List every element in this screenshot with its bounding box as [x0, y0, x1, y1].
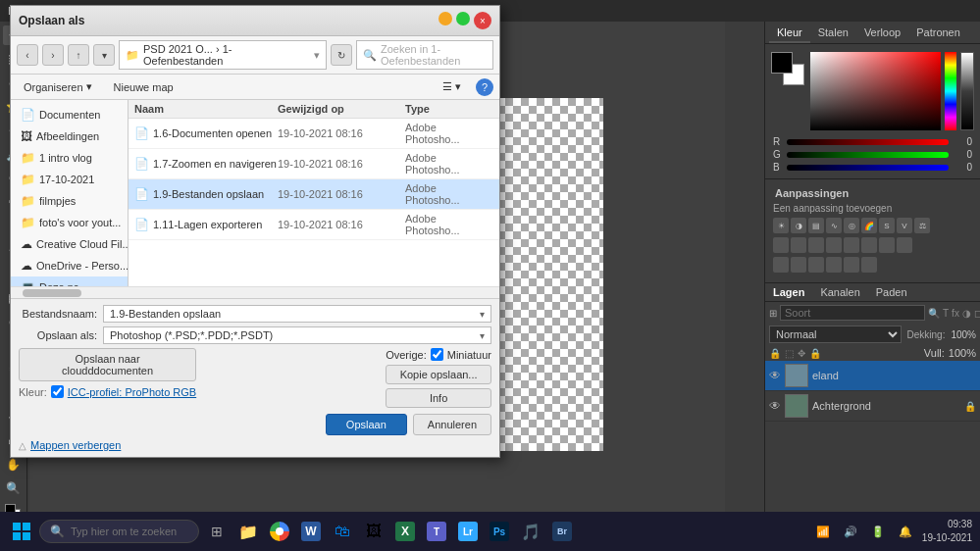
tab-stalen[interactable]: Stalen	[810, 24, 856, 43]
col-date[interactable]: Gewijzigd op	[278, 103, 405, 115]
sidebar-intro-vlog[interactable]: 📁 1 intro vlog	[11, 147, 128, 169]
fg-bg-swatches[interactable]	[771, 52, 806, 87]
nav-recent-btn[interactable]: ▾	[93, 44, 115, 66]
hscroll-thumb[interactable]	[23, 289, 81, 297]
maximize-btn[interactable]	[456, 12, 470, 25]
adj-extra6[interactable]	[861, 257, 877, 273]
eye-icon-achtergrond[interactable]: 👁	[769, 399, 781, 413]
col-type[interactable]: Type	[405, 103, 493, 115]
icc-link[interactable]: ICC-profiel: ProPhoto RGB	[68, 386, 196, 398]
nav-refresh-btn[interactable]: ↻	[331, 44, 352, 66]
adj-channel[interactable]	[808, 237, 824, 253]
tab-patronen[interactable]: Patronen	[908, 24, 968, 43]
taskbar-clock[interactable]: 09:38 19-10-2021	[922, 518, 972, 545]
cancel-button[interactable]: Annuleren	[413, 414, 491, 435]
adj-extra5[interactable]	[844, 257, 859, 273]
filename-input[interactable]: 1.9-Bestanden opslaan ▾	[103, 305, 491, 323]
copy-save-btn[interactable]: Kopie opslaan...	[386, 365, 491, 384]
view-btn[interactable]: ☰ ▾	[436, 77, 468, 96]
adj-selective[interactable]	[897, 237, 912, 253]
file-row-2[interactable]: 📄 1.9-Bestanden opslaan 19-10-2021 08:16…	[129, 179, 499, 210]
tab-verloop[interactable]: Verloop	[856, 24, 908, 43]
adj-bw[interactable]	[773, 237, 789, 253]
new-folder-btn[interactable]: Nieuwe map	[107, 78, 181, 96]
brightness-strip[interactable]	[960, 52, 974, 130]
taskbar-ps[interactable]: Ps	[486, 518, 513, 545]
adj-exposure[interactable]: ◎	[844, 218, 859, 233]
close-btn[interactable]: ×	[474, 12, 491, 29]
taskbar-explorer[interactable]: 📁	[234, 518, 262, 545]
dialog-hscroll[interactable]	[11, 286, 499, 298]
adj-extra1[interactable]	[773, 257, 789, 273]
blue-slider[interactable]	[787, 165, 949, 171]
adj-extra4[interactable]	[826, 257, 842, 273]
file-row-0[interactable]: 📄 1.6-Documenten openen 19-10-2021 08:16…	[129, 119, 499, 149]
adj-brightness[interactable]: ☀	[773, 218, 789, 233]
red-slider[interactable]	[787, 139, 949, 145]
adj-extra2[interactable]	[791, 257, 806, 273]
adj-gradient-map[interactable]	[879, 237, 895, 253]
sidebar-filmpjes[interactable]: 📁 filmpjes	[11, 190, 128, 212]
blend-mode-select[interactable]: Normaal	[769, 326, 902, 343]
taskbar-music[interactable]: 🎵	[517, 518, 544, 545]
help-btn[interactable]: ?	[476, 78, 493, 96]
tab-kleur[interactable]: Kleur	[769, 24, 810, 43]
info-btn[interactable]: Info	[386, 388, 491, 408]
green-slider[interactable]	[787, 152, 949, 158]
network-icon[interactable]: 📶	[812, 521, 834, 542]
adj-hue[interactable]: 🌈	[861, 218, 877, 233]
color-gradient[interactable]	[810, 52, 941, 130]
taskbar-word[interactable]: W	[297, 518, 325, 545]
address-dropdown-icon[interactable]: ▾	[314, 49, 320, 62]
adj-levels[interactable]: ▤	[808, 218, 824, 233]
adj-posterize[interactable]	[844, 237, 859, 253]
taskbar-search[interactable]: 🔍	[39, 520, 199, 543]
adj-threshold[interactable]	[861, 237, 877, 253]
adj-curves[interactable]: ∿	[826, 218, 842, 233]
tab-lagen[interactable]: Lagen	[765, 283, 812, 301]
adj-sat[interactable]: S	[879, 218, 895, 233]
mappen-btn[interactable]: Mappen verbergen	[30, 439, 121, 451]
sidebar-onedrive[interactable]: ☁ OneDrive - Perso...	[11, 255, 128, 276]
taskbar-search-input[interactable]	[71, 526, 188, 537]
miniatuur-checkbox[interactable]	[431, 348, 443, 361]
minimize-btn[interactable]	[438, 12, 452, 25]
tool-zoom[interactable]: 🔍	[3, 478, 25, 498]
sidebar-documenten[interactable]: 📄 Documenten	[11, 104, 128, 125]
start-button[interactable]	[8, 518, 35, 545]
layer-row-eland[interactable]: 👁 eland	[765, 361, 980, 391]
address-bar[interactable]: 📁 PSD 2021 O... › 1-Oefenbestanden ▾	[119, 40, 327, 70]
col-name[interactable]: Naam	[134, 103, 278, 115]
tab-kanalen[interactable]: Kanalen	[812, 283, 867, 301]
fg-color-swatch[interactable]	[771, 52, 793, 74]
taskbar-store[interactable]: 🛍	[329, 518, 356, 545]
layers-search-input[interactable]	[780, 305, 925, 321]
taskbar-photos[interactable]: 🖼	[360, 518, 387, 545]
nav-up-btn[interactable]: ↑	[68, 44, 89, 66]
task-view-btn[interactable]: ⊞	[203, 518, 231, 545]
adj-balance[interactable]: ⚖	[914, 218, 930, 233]
battery-icon[interactable]: 🔋	[867, 521, 889, 542]
organize-btn[interactable]: Organiseren ▾	[17, 77, 99, 96]
taskbar-teams[interactable]: T	[423, 518, 450, 545]
adj-invert[interactable]	[826, 237, 842, 253]
tab-paden[interactable]: Paden	[868, 283, 915, 301]
adj-photo[interactable]	[791, 237, 806, 253]
sidebar-17-10[interactable]: 📁 17-10-2021	[11, 169, 128, 190]
volume-icon[interactable]: 🔊	[840, 521, 861, 542]
search-bar[interactable]: 🔍 Zoeken in 1-Oefenbestanden	[356, 40, 493, 70]
file-row-3[interactable]: 📄 1.11-Lagen exporteren 19-10-2021 08:16…	[129, 210, 499, 240]
filetype-input[interactable]: Photoshop (*.PSD;*.PDD;*.PSDT) ▾	[103, 326, 491, 344]
layer-row-achtergrond[interactable]: 👁 Achtergrond 🔒	[765, 391, 980, 422]
taskbar-excel[interactable]: X	[391, 518, 419, 545]
cloud-save-btn[interactable]: Opslaan naar cloudddocumenten	[19, 348, 196, 381]
sidebar-deze-pc[interactable]: 💻 Deze pc	[11, 276, 128, 286]
taskbar-lightroom[interactable]: Lr	[454, 518, 482, 545]
sidebar-fotos[interactable]: 📁 foto's voor yout...	[11, 212, 128, 233]
taskbar-bridge[interactable]: Br	[548, 518, 576, 545]
adj-extra3[interactable]	[808, 257, 824, 273]
adj-contrast[interactable]: ◑	[791, 218, 806, 233]
sidebar-creative-cloud[interactable]: ☁ Creative Cloud Fil...	[11, 233, 128, 255]
nav-back-btn[interactable]: ‹	[17, 44, 38, 66]
notification-icon[interactable]: 🔔	[895, 521, 916, 542]
